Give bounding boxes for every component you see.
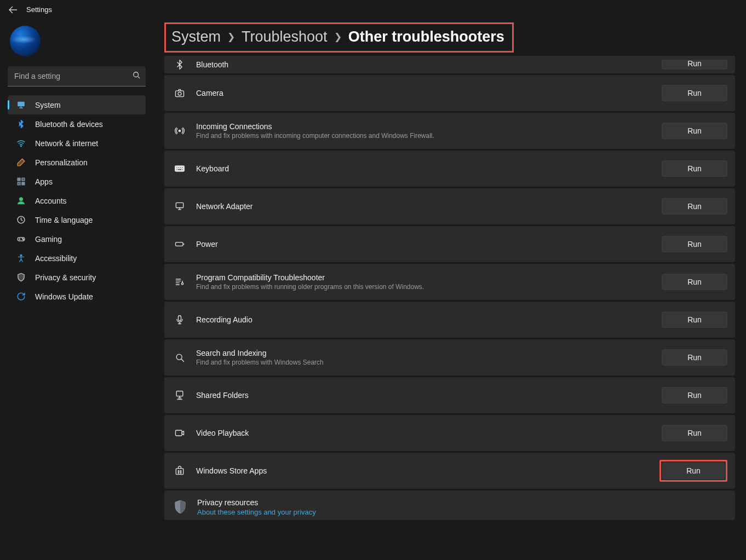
- display-icon: [16, 100, 26, 109]
- svg-point-14: [178, 92, 181, 95]
- run-button[interactable]: Run: [662, 349, 727, 366]
- sidebar-item-label: Apps: [35, 177, 53, 186]
- troubleshooter-list: BluetoothRunCameraRunIncoming Connection…: [164, 56, 735, 520]
- troubleshooter-row-incoming-connections: Incoming ConnectionsFind and fix problem…: [164, 113, 735, 149]
- sidebar-item-accounts[interactable]: Accounts: [8, 191, 146, 210]
- sidebar-item-gaming[interactable]: Gaming: [8, 229, 146, 249]
- troubleshooter-title: Recording Audio: [196, 315, 253, 324]
- troubleshooter-row-recording-audio: Recording AudioRun: [164, 302, 735, 338]
- privacy-link[interactable]: About these settings and your privacy: [197, 508, 316, 516]
- sidebar-item-label: Accessibility: [35, 254, 77, 263]
- user-avatar[interactable]: [10, 26, 41, 56]
- sidebar-item-accessibility[interactable]: Accessibility: [8, 249, 146, 268]
- svg-rect-3: [18, 178, 20, 181]
- sidebar-item-label: Personalization: [35, 158, 88, 167]
- run-button[interactable]: Run: [662, 60, 727, 70]
- troubleshooter-title: Incoming Connections: [196, 122, 434, 131]
- app-title: Settings: [26, 5, 52, 14]
- run-button[interactable]: Run: [662, 387, 727, 403]
- svg-rect-29: [180, 472, 182, 474]
- troubleshooter-title: Keyboard: [196, 164, 229, 173]
- sidebar-item-apps[interactable]: Apps: [8, 172, 146, 191]
- run-button[interactable]: Run: [662, 311, 727, 328]
- breadcrumb-system[interactable]: System: [171, 28, 221, 45]
- sidebar-item-windows-update[interactable]: Windows Update: [8, 287, 146, 306]
- sidebar-item-network-internet[interactable]: Network & internet: [8, 134, 146, 153]
- privacy-resources-row: Privacy resourcesAbout these settings an…: [164, 490, 735, 520]
- svg-point-22: [176, 354, 182, 360]
- troubleshooter-row-power: PowerRun: [164, 226, 735, 262]
- troubleshooter-desc: Find and fix problems with incoming comp…: [196, 132, 434, 140]
- person-icon: [16, 196, 26, 205]
- sidebar-item-label: Time & language: [35, 216, 93, 224]
- chevron-right-icon: ❯: [334, 31, 342, 43]
- bluetooth-icon: [16, 119, 26, 129]
- svg-rect-26: [178, 470, 180, 472]
- run-button[interactable]: Run: [662, 274, 727, 290]
- sidebar-item-bluetooth-devices[interactable]: Bluetooth & devices: [8, 114, 146, 134]
- search-input[interactable]: [8, 66, 146, 86]
- bluetooth-pair-icon: [174, 59, 185, 70]
- svg-point-11: [23, 239, 24, 240]
- nav-list: SystemBluetooth & devicesNetwork & inter…: [8, 95, 146, 306]
- troubleshooter-desc: Find and fix problems with Windows Searc…: [196, 359, 324, 366]
- troubleshooter-row-shared-folders: Shared FoldersRun: [164, 377, 735, 413]
- svg-rect-25: [176, 469, 183, 475]
- main-content: System ❯ Troubleshoot ❯ Other troublesho…: [153, 17, 746, 520]
- svg-rect-4: [22, 178, 25, 181]
- wifi-icon: [16, 138, 26, 148]
- sidebar-item-personalization[interactable]: Personalization: [8, 153, 146, 172]
- svg-rect-6: [22, 182, 25, 185]
- keyboard-icon: [174, 163, 185, 174]
- back-button[interactable]: [9, 6, 18, 14]
- shared-folders-icon: [174, 390, 185, 401]
- breadcrumb: System ❯ Troubleshoot ❯ Other troublesho…: [164, 22, 514, 53]
- gamepad-icon: [16, 234, 26, 244]
- accessibility-icon: [16, 253, 26, 263]
- svg-point-15: [179, 130, 180, 131]
- compat-icon: [174, 276, 185, 287]
- troubleshooter-row-network-adapter: Network AdapterRun: [164, 188, 735, 224]
- chevron-right-icon: ❯: [227, 31, 235, 43]
- svg-rect-16: [175, 166, 185, 171]
- run-button[interactable]: Run: [662, 425, 727, 441]
- troubleshooter-title: Search and Indexing: [196, 349, 324, 357]
- shield-icon: [16, 273, 26, 282]
- troubleshooter-title: Camera: [196, 89, 223, 97]
- shield-icon: [174, 500, 186, 514]
- troubleshooter-row-video-playback: Video PlaybackRun: [164, 415, 735, 451]
- search-icon: [174, 352, 185, 363]
- troubleshooter-desc: Find and fix problems with running older…: [196, 283, 424, 291]
- update-icon: [16, 292, 26, 301]
- svg-rect-19: [176, 243, 183, 246]
- troubleshooter-row-camera: CameraRun: [164, 75, 735, 111]
- run-button[interactable]: Run: [662, 463, 725, 479]
- troubleshooter-title: Shared Folders: [196, 391, 249, 400]
- sidebar-item-system[interactable]: System: [8, 95, 146, 114]
- troubleshooter-title: Bluetooth: [196, 60, 228, 69]
- store-icon: [174, 465, 185, 476]
- troubleshooter-row-search-and-indexing: Search and IndexingFind and fix problems…: [164, 339, 735, 376]
- camera-icon: [174, 88, 185, 99]
- run-button[interactable]: Run: [662, 85, 727, 101]
- run-button[interactable]: Run: [662, 236, 727, 252]
- troubleshooter-row-program-compatibility-troubleshooter: Program Compatibility TroubleshooterFind…: [164, 264, 735, 300]
- svg-point-7: [20, 198, 23, 201]
- sidebar-item-label: Privacy & security: [35, 273, 96, 282]
- power-icon: [174, 239, 185, 250]
- apps-icon: [16, 177, 26, 186]
- breadcrumb-troubleshoot[interactable]: Troubleshoot: [242, 28, 328, 45]
- run-button[interactable]: Run: [662, 160, 727, 177]
- clock-icon: [16, 215, 26, 224]
- troubleshooter-title: Network Adapter: [196, 202, 253, 211]
- sidebar-item-time-language[interactable]: Time & language: [8, 210, 146, 229]
- search-icon: [133, 71, 140, 79]
- run-button[interactable]: Run: [662, 123, 727, 139]
- svg-rect-24: [176, 430, 182, 436]
- privacy-title: Privacy resources: [197, 498, 316, 507]
- sidebar-item-privacy-security[interactable]: Privacy & security: [8, 268, 146, 287]
- sidebar-item-label: Network & internet: [35, 139, 98, 148]
- mic-icon: [174, 314, 185, 325]
- run-button[interactable]: Run: [662, 198, 727, 215]
- svg-rect-1: [18, 102, 25, 107]
